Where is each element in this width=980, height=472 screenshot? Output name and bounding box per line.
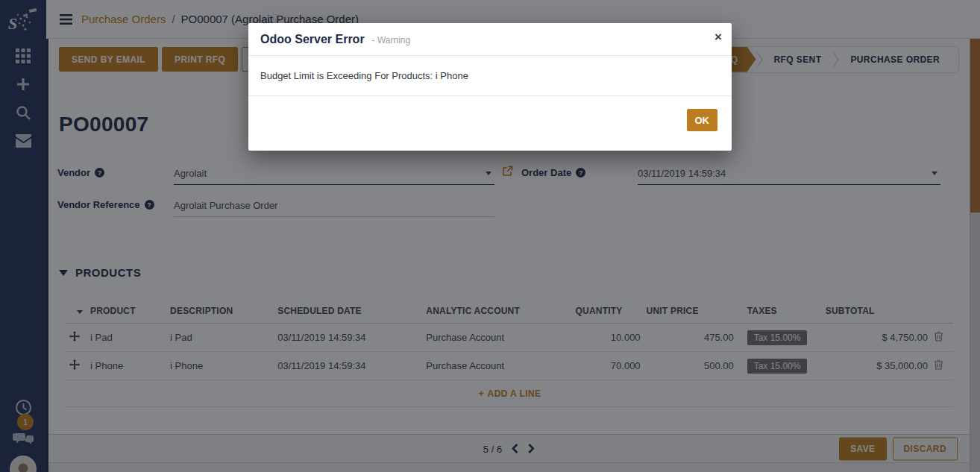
error-dialog: Odoo Server Error - Warning × Budget Lim… [248, 23, 732, 151]
close-icon[interactable]: × [714, 30, 722, 45]
dialog-header: Odoo Server Error - Warning × [248, 23, 732, 56]
dialog-title: Odoo Server Error [260, 33, 365, 46]
dialog-footer: OK [248, 96, 732, 151]
dialog-subtitle: - Warning [372, 35, 411, 45]
dialog-message: Budget Limit is Exceeding For Products: … [248, 56, 732, 96]
odoo-app: S [0, 0, 980, 472]
ok-button[interactable]: OK [687, 109, 718, 131]
